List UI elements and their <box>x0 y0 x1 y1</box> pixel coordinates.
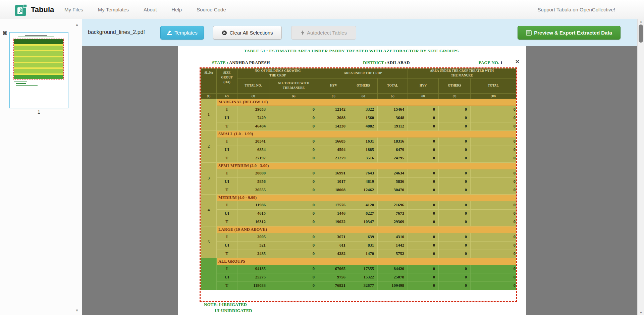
header-size-group: SIZE GROUP (HA) <box>217 69 237 94</box>
data-cell: 0 <box>269 273 318 281</box>
nav-item-my-templates[interactable]: My Templates <box>91 7 136 12</box>
data-cell: 0 <box>269 241 318 250</box>
data-cell: 19112 <box>378 122 408 130</box>
data-cell: 46484 <box>237 122 269 130</box>
thumb-rows-stripe <box>14 75 63 79</box>
data-cell: 19022 <box>318 218 349 226</box>
pdf-page[interactable]: TABLE 5J : ESTIMATED AREA UNDER PADDY TR… <box>178 46 526 315</box>
scrollbar-down-icon[interactable]: ▼ <box>638 311 644 314</box>
row-label: I <box>217 105 237 114</box>
data-cell: 4310 <box>378 233 408 241</box>
thumb-rows-stripe <box>14 69 63 73</box>
sidebar-scroll-down-icon[interactable]: ▼ <box>75 308 79 312</box>
scrollbar-up-icon[interactable]: ▲ <box>638 20 644 23</box>
data-cell: 0 <box>269 146 318 154</box>
data-cell: 16685 <box>318 137 349 146</box>
nav-item-help[interactable]: Help <box>164 7 189 12</box>
page-thumbnails-sidebar: ✖ 1 ▲ ▼ <box>0 19 82 315</box>
lightning-bolt-icon <box>301 30 305 36</box>
data-cell: 0 <box>408 154 439 162</box>
header-colnum-1: (1) <box>201 93 217 99</box>
group-band-5: LARGE (10 AND ABOVE) <box>217 226 516 233</box>
data-cell: 7429 <box>237 114 269 122</box>
window-scrollbar[interactable]: ▲ ▼ <box>637 19 644 315</box>
data-cell: 3516 <box>349 154 378 162</box>
data-cell: 0 <box>408 209 439 218</box>
header-colnum-8: (8) <box>408 93 439 99</box>
data-cell: 0 <box>471 250 516 258</box>
header-sub-0: TOTAL NO. <box>237 78 269 93</box>
data-cell: 15322 <box>349 273 378 281</box>
templates-button[interactable]: Templates <box>160 26 204 40</box>
preview-export-button[interactable]: Preview & Export Extracted Data <box>518 26 621 40</box>
data-cell: 0 <box>408 114 439 122</box>
data-cell: 0 <box>269 154 318 162</box>
page-thumbnail[interactable] <box>9 32 68 108</box>
data-cell: 94185 <box>237 265 269 273</box>
data-cell: 0 <box>408 105 439 114</box>
header-colnum-4: (4) <box>269 93 318 99</box>
thumb-title-line <box>25 35 47 36</box>
header-colnum-5: (5) <box>318 93 349 99</box>
remove-circle-icon <box>222 30 227 36</box>
preview-export-label: Preview & Export Extracted Data <box>534 30 612 36</box>
data-cell: 12462 <box>349 186 378 194</box>
group-band-4: MEDIUM (4.0 - 9.99) <box>217 194 516 201</box>
data-cell: 0 <box>408 146 439 154</box>
brand-title[interactable]: Tabula <box>31 0 54 19</box>
data-cell: 0 <box>269 209 318 218</box>
slno-cell-1: 1 <box>201 99 217 130</box>
data-cell: 16312 <box>237 218 269 226</box>
group-band-1: MARGINAL (BELOW 1.0) <box>217 99 516 105</box>
scrollbar-thumb[interactable] <box>639 24 643 43</box>
data-cell: 6227 <box>349 209 378 218</box>
nav-item-my-files[interactable]: My Files <box>57 7 91 12</box>
clear-all-selections-button[interactable]: Clear All Selections <box>213 26 282 40</box>
header-sub-4: TOTAL <box>378 78 408 93</box>
data-cell: 0 <box>408 177 439 186</box>
data-cell: 12142 <box>318 105 349 114</box>
data-cell: 0 <box>439 169 471 177</box>
data-cell: 18316 <box>378 137 408 146</box>
remove-page-icon[interactable]: ✖ <box>2 30 7 36</box>
data-cell: 11986 <box>237 201 269 209</box>
nav-item-about[interactable]: About <box>136 7 164 12</box>
clear-all-selections-label: Clear All Selections <box>229 30 273 36</box>
data-cell: 0 <box>471 114 516 122</box>
data-cell: 15464 <box>378 105 408 114</box>
data-cell: 4282 <box>318 250 349 258</box>
data-cell: 0 <box>439 209 471 218</box>
state-label: STATE : <box>212 60 229 65</box>
data-cell: 1442 <box>378 241 408 250</box>
sidebar-scroll-up-icon[interactable]: ▲ <box>75 22 79 27</box>
row-label: T <box>217 186 237 194</box>
data-cell: 0 <box>439 250 471 258</box>
data-cell: 0 <box>269 281 318 290</box>
data-cell: 0 <box>269 169 318 177</box>
header-sub-5: HYV <box>408 78 439 93</box>
pdf-viewer-area: TABLE 5J : ESTIMATED AREA UNDER PADDY TR… <box>82 46 637 315</box>
autodetect-tables-button[interactable]: Autodetect Tables <box>291 26 356 40</box>
data-cell: 4594 <box>318 146 349 154</box>
selection-close-icon[interactable]: ✕ <box>515 59 520 65</box>
tabula-logo-icon[interactable] <box>15 3 28 16</box>
data-cell: 0 <box>471 105 516 114</box>
thumb-rows-stripe <box>14 63 63 67</box>
data-cell: 119033 <box>237 281 269 290</box>
autodetect-tables-label: Autodetect Tables <box>307 30 347 36</box>
templates-label: Templates <box>174 30 197 36</box>
nav-item-source-code[interactable]: Source Code <box>189 7 233 12</box>
data-cell: 32677 <box>349 281 378 290</box>
thumb-rows-stripe <box>14 51 63 56</box>
data-cell: 831 <box>349 241 378 250</box>
data-cell: 0 <box>269 218 318 226</box>
data-cell: 0 <box>408 186 439 194</box>
support-link[interactable]: Support Tabula on OpenCollective! <box>537 0 615 19</box>
data-cell: 0 <box>269 105 318 114</box>
group-band-3: SEMI-MEDIUM (2.0 - 3.99) <box>217 162 516 169</box>
thumb-subtitle-line <box>18 37 54 37</box>
data-cell: 21696 <box>378 201 408 209</box>
page-no-label: PAGE NO. <box>479 60 500 65</box>
data-cell: 0 <box>439 137 471 146</box>
data-cell: 6479 <box>378 146 408 154</box>
